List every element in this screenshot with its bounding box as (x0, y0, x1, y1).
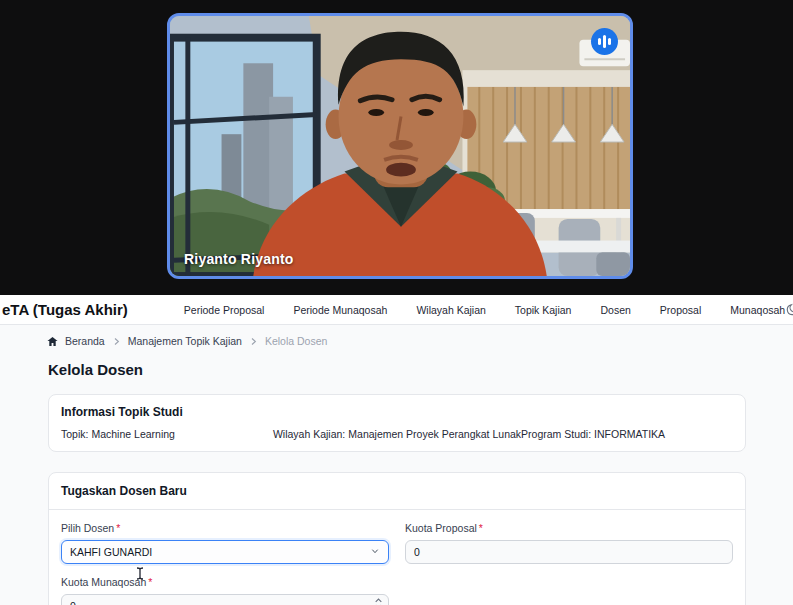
webcam-video-frame (170, 16, 630, 276)
video-call-area: Riyanto Riyanto (0, 0, 793, 295)
field-pilih-dosen: Pilih Dosen* KAHFI GUNARDI (61, 522, 389, 564)
navbar-right (785, 303, 793, 317)
audio-level-icon (591, 28, 618, 55)
breadcrumb-kelola-dosen: Kelola Dosen (265, 335, 327, 347)
nav-item-proposal[interactable]: Proposal (660, 304, 701, 316)
chevron-right-icon (112, 337, 121, 346)
info-topik: Topik:Machine Learning (61, 428, 273, 440)
info-topik-studi-card: Informasi Topik Studi Topik:Machine Lear… (48, 394, 746, 452)
tugaskan-dosen-card: Tugaskan Dosen Baru Pilih Dosen* KAHFI G… (48, 472, 746, 605)
breadcrumb-manajemen-topik-kajian[interactable]: Manajemen Topik Kajian (128, 335, 242, 347)
nav-item-dosen[interactable]: Dosen (600, 304, 630, 316)
nav-item-periode-proposal[interactable]: Periode Proposal (184, 304, 265, 316)
participant-video-tile[interactable]: Riyanto Riyanto (167, 13, 633, 279)
nav-item-munaqosah[interactable]: Munaqosah (730, 304, 785, 316)
breadcrumb-beranda[interactable]: Beranda (65, 335, 105, 347)
breadcrumb: Beranda Manajemen Topik Kajian Kelola Do… (0, 325, 793, 347)
kuota-munaqosah-label: Kuota Munaqosah* (61, 576, 389, 588)
field-kuota-proposal: Kuota Proposal* (405, 522, 733, 564)
form-card-title: Tugaskan Dosen Baru (49, 473, 745, 510)
nav-item-wilayah-kajian[interactable]: Wilayah Kajian (416, 304, 485, 316)
chevron-down-icon (371, 547, 379, 555)
screen: Riyanto Riyanto eTA (Tugas Akhir) Period… (0, 0, 793, 605)
kuota-proposal-input[interactable] (405, 540, 733, 564)
field-kuota-munaqosah: Kuota Munaqosah* (61, 576, 389, 605)
app-logo[interactable]: eTA (Tugas Akhir) (2, 301, 128, 318)
required-asterisk: * (116, 522, 120, 534)
form-body: Pilih Dosen* KAHFI GUNARDI Kuota Proposa… (49, 510, 745, 605)
info-wilayah-kajian: Wilayah Kajian:Manajemen Proyek Perangka… (273, 428, 521, 440)
required-asterisk: * (148, 576, 152, 588)
stepper-up-icon[interactable] (375, 598, 382, 603)
home-icon[interactable] (47, 336, 58, 347)
pilih-dosen-selected-value: KAHFI GUNARDI (70, 546, 152, 558)
chevron-right-icon (249, 337, 258, 346)
required-asterisk: * (479, 522, 483, 534)
top-navbar: eTA (Tugas Akhir) Periode Proposal Perio… (0, 295, 793, 325)
kuota-proposal-label: Kuota Proposal* (405, 522, 733, 534)
nav-item-topik-kajian[interactable]: Topik Kajian (515, 304, 572, 316)
kuota-munaqosah-input[interactable] (61, 594, 389, 605)
main-nav: Periode Proposal Periode Munaqosah Wilay… (184, 304, 785, 316)
number-stepper[interactable] (375, 598, 382, 605)
moon-icon[interactable] (785, 303, 793, 317)
info-card-title: Informasi Topik Studi (61, 405, 733, 419)
pilih-dosen-select[interactable]: KAHFI GUNARDI (61, 540, 389, 564)
empty-cell (405, 576, 733, 605)
info-program-studi: Program Studi:INFORMATIKA (521, 428, 733, 440)
pilih-dosen-label: Pilih Dosen* (61, 522, 389, 534)
nav-item-periode-munaqosah[interactable]: Periode Munaqosah (293, 304, 387, 316)
participant-name-label: Riyanto Riyanto (184, 251, 294, 267)
info-row: Topik:Machine Learning Wilayah Kajian:Ma… (61, 428, 733, 440)
text-cursor-pointer (136, 567, 144, 580)
page-title: Kelola Dosen (48, 361, 746, 378)
